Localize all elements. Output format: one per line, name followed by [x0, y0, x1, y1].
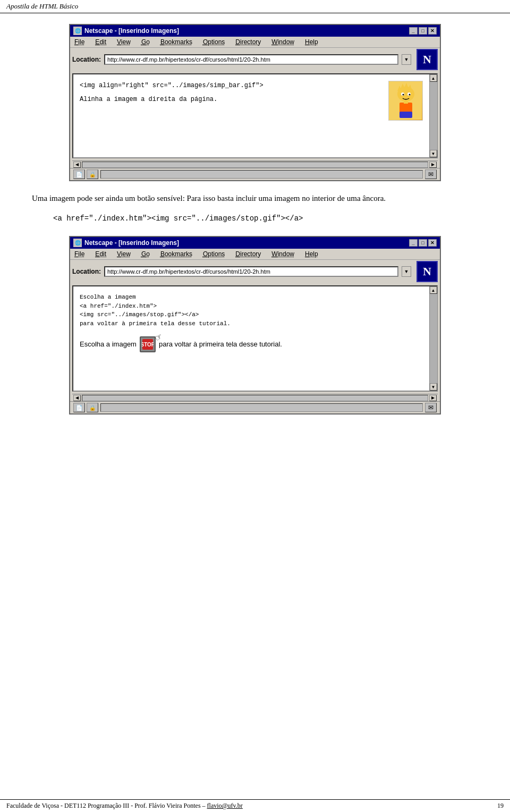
statusbar-1: 📄 🔒 ✉ — [70, 168, 440, 180]
menu-edit-2[interactable]: Edit — [93, 250, 108, 258]
menu-window-1[interactable]: Window — [269, 38, 296, 46]
menu-options-1[interactable]: Options — [201, 38, 227, 46]
netscape-logo-1: N — [416, 49, 438, 70]
location-dropdown-1[interactable]: ▼ — [402, 54, 411, 65]
menu-file-2[interactable]: File — [72, 250, 87, 258]
menu-window-2[interactable]: Window — [269, 250, 296, 258]
svg-rect-11 — [400, 112, 412, 118]
menu-go-1[interactable]: Go — [139, 38, 152, 46]
browser-menubar-1: File Edit View Go Bookmarks Options Dire… — [70, 37, 440, 48]
menu-help-2[interactable]: Help — [303, 250, 320, 258]
content-text-line: Alinha a imagem a direita da página. — [80, 95, 423, 104]
hscroll-left-1[interactable]: ◀ — [73, 162, 81, 168]
close-button-1[interactable]: ✕ — [428, 27, 437, 35]
menu-help-1[interactable]: Help — [303, 38, 320, 46]
content2-line2: <a href="./index.htm"> — [80, 302, 423, 311]
svg-rect-12 — [404, 100, 408, 104]
menu-options-2[interactable]: Options — [201, 250, 227, 258]
vscroll-2[interactable]: ▲ ▼ — [429, 286, 437, 391]
status-progress-2 — [100, 403, 423, 412]
location-label-2: Location: — [72, 268, 101, 275]
visual-text1: Escolha a imagem — [80, 339, 137, 350]
browser-title-2: Netscape - [Inserindo Imagens] — [84, 239, 179, 247]
svg-text:STOP: STOP — [142, 342, 154, 348]
vscroll-down-1[interactable]: ▼ — [430, 150, 437, 157]
toolbar-2: Location: http://www.cr-df.mp.br/hiperte… — [70, 260, 440, 283]
content2-line1: Escolha a imagem — [80, 293, 423, 302]
hscroll-1[interactable]: ◀ ▶ — [72, 160, 438, 168]
content-inner-1: <img align="right" src="../images/simp_b… — [73, 74, 429, 157]
minimize-button-1[interactable]: _ — [409, 27, 418, 35]
menu-edit-1[interactable]: Edit — [93, 38, 108, 46]
menu-view-1[interactable]: View — [115, 38, 133, 46]
hscroll-left-2[interactable]: ◀ — [73, 395, 81, 401]
hscroll-track-2 — [82, 395, 428, 401]
statusbar-2: 📄 🔒 ✉ — [70, 401, 440, 413]
stop-icon: STOP — [142, 339, 154, 350]
vscroll-down-2[interactable]: ▼ — [430, 383, 437, 391]
hscroll-right-2[interactable]: ▶ — [429, 395, 437, 401]
toolbar-1: Location: http://www.cr-df.mp.br/hiperte… — [70, 48, 440, 71]
titlebar-controls-1[interactable]: _ □ ✕ — [409, 27, 437, 35]
code-example: <a href="./index.htm"><img src="../image… — [53, 212, 478, 225]
content2-visual: Escolha a imagem STOP ☞ para voltar à pr… — [80, 336, 423, 352]
location-label-1: Location: — [72, 56, 101, 63]
paragraph-text: Uma imagem pode ser ainda um botão sensí… — [32, 192, 478, 205]
browser-menubar-2: File Edit View Go Bookmarks Options Dire… — [70, 249, 440, 260]
browser-icon-2: 🌐 — [73, 239, 82, 247]
titlebar-controls-2[interactable]: _ □ ✕ — [409, 239, 437, 247]
menu-go-2[interactable]: Go — [139, 250, 152, 258]
page-content: 🌐 Netscape - [Inserindo Imagens] _ □ ✕ F… — [0, 13, 510, 457]
status-icons-2: 📄 🔒 — [73, 403, 98, 412]
hscroll-2[interactable]: ◀ ▶ — [72, 394, 438, 401]
vscroll-track-2 — [430, 294, 437, 383]
menu-bookmarks-2[interactable]: Bookmarks — [158, 250, 194, 258]
titlebar-left-1: 🌐 Netscape - [Inserindo Imagens] — [73, 27, 179, 35]
location-dropdown-2[interactable]: ▼ — [402, 266, 411, 277]
status-progress-1 — [100, 170, 423, 179]
status-icons-1: 📄 🔒 — [73, 170, 98, 179]
menu-bookmarks-1[interactable]: Bookmarks — [158, 38, 194, 46]
titlebar-left-2: 🌐 Netscape - [Inserindo Imagens] — [73, 239, 179, 247]
content2-line3: <img src="../images/stop.gif"></a> — [80, 310, 423, 319]
vscroll-1[interactable]: ▲ ▼ — [429, 74, 437, 157]
page-header: Apostila de HTML Básico — [0, 0, 510, 13]
browser-titlebar-2: 🌐 Netscape - [Inserindo Imagens] _ □ ✕ — [70, 237, 440, 249]
menu-directory-2[interactable]: Directory — [233, 250, 263, 258]
location-url-1: http://www.cr-df.mp.br/hipertextos/cr-df… — [107, 56, 270, 63]
vscroll-up-2[interactable]: ▲ — [430, 286, 437, 294]
maximize-button-1[interactable]: □ — [419, 27, 427, 35]
vscroll-up-1[interactable]: ▲ — [430, 74, 437, 82]
maximize-button-2[interactable]: □ — [419, 239, 427, 247]
status-icon-3: 📄 — [73, 403, 85, 412]
browser-icon-1: 🌐 — [73, 27, 82, 35]
menu-directory-1[interactable]: Directory — [233, 38, 263, 46]
header-title: Apostila de HTML Básico — [6, 2, 78, 10]
minimize-button-2[interactable]: _ — [409, 239, 418, 247]
content-code-line: <img align="right" src="../images/simp_b… — [80, 81, 423, 90]
close-button-2[interactable]: ✕ — [428, 239, 437, 247]
location-bar-1[interactable]: http://www.cr-df.mp.br/hipertextos/cr-df… — [104, 54, 398, 65]
mail-icon-1[interactable]: ✉ — [425, 170, 437, 179]
browser-window-2: 🌐 Netscape - [Inserindo Imagens] _ □ ✕ F… — [69, 236, 441, 415]
browser-window-1: 🌐 Netscape - [Inserindo Imagens] _ □ ✕ F… — [69, 24, 441, 181]
netscape-logo-2: N — [416, 261, 438, 282]
mail-icon-2[interactable]: ✉ — [425, 403, 437, 412]
location-url-2: http://www.cr-df.mp.br/hipertextos/cr-df… — [107, 268, 270, 275]
content-inner-2: Escolha a imagem <a href="./index.htm"> … — [73, 286, 429, 391]
vscroll-track-1 — [430, 82, 437, 150]
browser-title-1: Netscape - [Inserindo Imagens] — [84, 27, 179, 35]
stop-button-image[interactable]: STOP — [140, 336, 156, 352]
menu-file-1[interactable]: File — [72, 38, 87, 46]
hscroll-right-1[interactable]: ▶ — [429, 162, 437, 168]
location-bar-2[interactable]: http://www.cr-df.mp.br/hipertextos/cr-df… — [104, 266, 398, 277]
svg-point-8 — [402, 94, 404, 95]
stop-button-container[interactable]: STOP ☞ — [140, 336, 156, 352]
bart-svg — [390, 82, 422, 120]
svg-point-9 — [409, 94, 410, 95]
content2-code: Escolha a imagem <a href="./index.htm"> … — [80, 293, 423, 328]
visual-text2: para voltar à primeira tela desse tutori… — [159, 339, 282, 350]
hscroll-track-1 — [82, 162, 428, 168]
menu-view-2[interactable]: View — [115, 250, 133, 258]
bart-image — [388, 81, 423, 121]
